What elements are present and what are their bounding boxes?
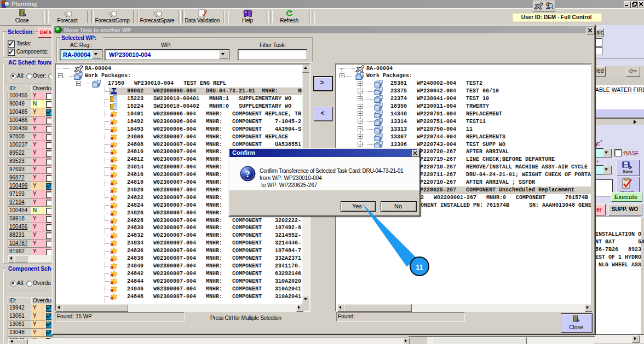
- svg-text:11: 11: [416, 263, 423, 271]
